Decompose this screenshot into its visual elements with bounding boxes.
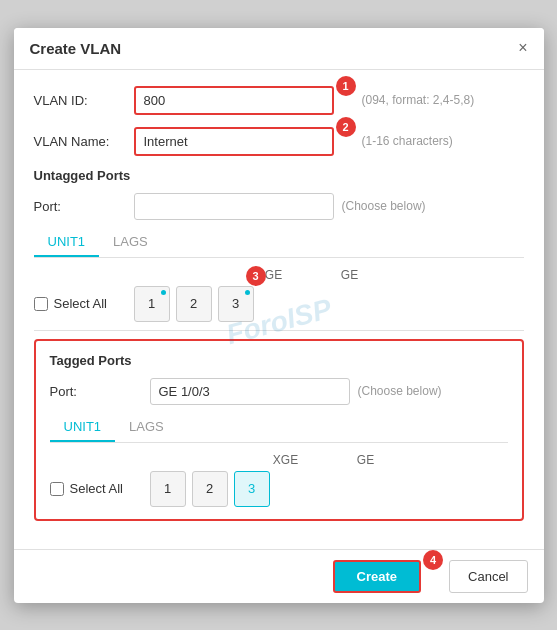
cancel-button[interactable]: Cancel bbox=[449, 560, 527, 593]
vlan-id-field-wrapper: 1 bbox=[134, 86, 354, 115]
tagged-select-all-container: Select All bbox=[50, 481, 150, 496]
untagged-port-row: Port: (Choose below) bbox=[34, 193, 524, 220]
vlan-id-row: VLAN ID: 1 (094, format: 2,4-5,8) bbox=[34, 86, 524, 115]
untagged-port-hint: (Choose below) bbox=[342, 199, 426, 213]
tagged-port-input[interactable] bbox=[150, 378, 350, 405]
vlan-name-label: VLAN Name: bbox=[34, 134, 134, 149]
vlan-name-field-wrapper: 2 bbox=[134, 127, 354, 156]
close-button[interactable]: × bbox=[518, 40, 527, 56]
vlan-name-input[interactable] bbox=[134, 127, 334, 156]
tab-unit1-untagged[interactable]: UNIT1 bbox=[34, 228, 100, 257]
modal-header: Create VLAN × bbox=[14, 28, 544, 70]
tagged-select-all-checkbox[interactable] bbox=[50, 482, 64, 496]
tagged-port-3[interactable]: 3 bbox=[234, 471, 270, 507]
untagged-tabs: UNIT1 LAGS bbox=[34, 228, 524, 258]
badge-2: 2 bbox=[336, 117, 356, 137]
vlan-name-row: VLAN Name: 2 (1-16 characters) bbox=[34, 127, 524, 156]
modal-body: VLAN ID: 1 (094, format: 2,4-5,8) VLAN N… bbox=[14, 70, 544, 549]
tagged-port-2[interactable]: 2 bbox=[192, 471, 228, 507]
modal-title: Create VLAN bbox=[30, 40, 122, 57]
untagged-ports-title: Untagged Ports bbox=[34, 168, 524, 183]
untagged-select-all-label: Select All bbox=[54, 296, 107, 311]
untagged-select-all-checkbox[interactable] bbox=[34, 297, 48, 311]
untagged-port-1[interactable]: 1 bbox=[134, 286, 170, 322]
untagged-port-area: XGE GE Select All 1 2 3 3 ForoISP bbox=[34, 268, 524, 322]
tagged-port-1[interactable]: 1 bbox=[150, 471, 186, 507]
tagged-tabs: UNIT1 LAGS bbox=[50, 413, 508, 443]
tagged-ports-section: Tagged Ports Port: (Choose below) UNIT1 … bbox=[34, 339, 524, 521]
untagged-port-2[interactable]: 2 bbox=[176, 286, 212, 322]
badge-1: 1 bbox=[336, 76, 356, 96]
create-button[interactable]: Create bbox=[333, 560, 421, 593]
tagged-port-row: Port: (Choose below) bbox=[50, 378, 508, 405]
untagged-port-input[interactable] bbox=[134, 193, 334, 220]
vlan-name-hint: (1-16 characters) bbox=[362, 134, 453, 148]
tagged-xge-header: XGE bbox=[236, 453, 336, 467]
tab-lags-untagged[interactable]: LAGS bbox=[99, 228, 162, 257]
untagged-port-3[interactable]: 3 bbox=[218, 286, 254, 322]
vlan-id-label: VLAN ID: bbox=[34, 93, 134, 108]
badge-3: 3 bbox=[246, 266, 266, 286]
tagged-port-buttons: 1 2 3 bbox=[150, 471, 270, 507]
untagged-port-label: Port: bbox=[34, 199, 134, 214]
tab-unit1-tagged[interactable]: UNIT1 bbox=[50, 413, 116, 442]
untagged-port-buttons: 1 2 3 bbox=[134, 286, 254, 322]
badge-4: 4 bbox=[423, 550, 443, 570]
tagged-select-all-label: Select All bbox=[70, 481, 123, 496]
untagged-port-headers: XGE GE bbox=[34, 268, 524, 282]
tagged-ge-header: GE bbox=[336, 453, 396, 467]
vlan-id-input[interactable] bbox=[134, 86, 334, 115]
untagged-port-grid-row: Select All 1 2 3 3 bbox=[34, 286, 524, 322]
create-vlan-modal: Create VLAN × VLAN ID: 1 (094, format: 2… bbox=[14, 28, 544, 603]
vlan-id-hint: (094, format: 2,4-5,8) bbox=[362, 93, 475, 107]
create-btn-wrapper: Create 4 bbox=[333, 560, 441, 593]
untagged-select-all-container: Select All bbox=[34, 296, 134, 311]
untagged-ge-header: GE bbox=[320, 268, 380, 282]
tagged-port-headers: XGE GE bbox=[50, 453, 508, 467]
tagged-port-grid-row: Select All 1 2 3 bbox=[50, 471, 508, 507]
tagged-port-hint: (Choose below) bbox=[358, 384, 442, 398]
tab-lags-tagged[interactable]: LAGS bbox=[115, 413, 178, 442]
tagged-ports-title: Tagged Ports bbox=[50, 353, 508, 368]
modal-footer: Create 4 Cancel bbox=[14, 549, 544, 603]
tagged-port-label: Port: bbox=[50, 384, 150, 399]
untagged-xge-header: XGE bbox=[220, 268, 320, 282]
divider bbox=[34, 330, 524, 331]
